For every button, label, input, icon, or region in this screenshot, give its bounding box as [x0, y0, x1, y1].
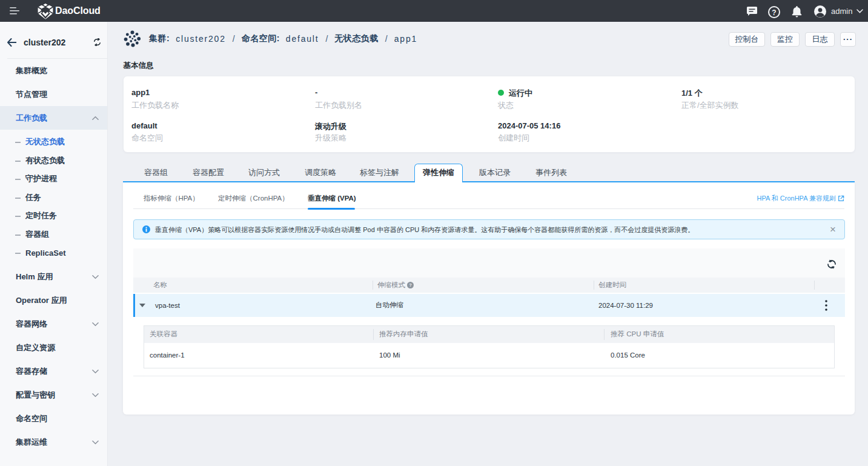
svg-text:?: ?	[409, 282, 412, 288]
svg-text:?: ?	[772, 8, 776, 17]
